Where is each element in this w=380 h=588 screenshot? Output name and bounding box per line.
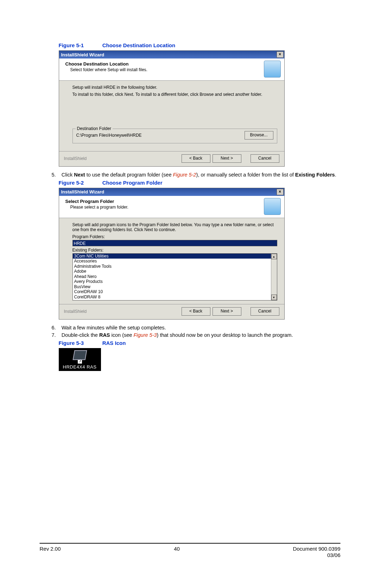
fig2-caption: Figure 5-2 Choose Program Folder [59, 180, 341, 186]
fig1-number: Figure 5-1 [59, 42, 101, 48]
dialog-header: Select Program Folder Please select a pr… [59, 196, 284, 218]
list-item[interactable]: Accessories [73, 259, 271, 264]
fig2-title: Choose Program Folder [102, 180, 163, 186]
list-item[interactable]: Ahead Nero [73, 274, 271, 279]
step-7-num: 7. [52, 332, 56, 338]
body-line1: Setup will add program icons to the Prog… [72, 222, 277, 232]
step-5-text-c: to use the default program folder (see [85, 172, 173, 178]
scroll-down-icon[interactable]: ▾ [271, 295, 277, 300]
list-item[interactable]: BusView [73, 284, 271, 290]
fig1-caption: Figure 5-1 Choose Destination Location [59, 42, 341, 48]
list-item[interactable]: 3Com NIC Utilities [73, 254, 271, 259]
footer-rev: Rev 2.00 [40, 546, 61, 558]
installer-icon [264, 198, 281, 215]
body-line2: To install to this folder, click Next. T… [72, 92, 277, 97]
step-7-text-c: icon (see [110, 332, 134, 338]
step-6-text: Wait a few minutes while the setup compl… [62, 325, 166, 330]
step-5-text-a: Click [62, 172, 74, 178]
header-title: Select Program Folder [65, 199, 280, 204]
footer-doc: Document 900.0399 [293, 546, 340, 552]
monitor-icon [72, 350, 87, 360]
header-subtitle: Select folder where Setup will install f… [70, 67, 280, 72]
header-title: Choose Destination Location [65, 61, 280, 67]
list-item[interactable]: Adobe [73, 269, 271, 274]
step-7-bold-ras: RAS [99, 332, 110, 338]
fig3-title: RAS Icon [102, 340, 126, 346]
scrollbar[interactable]: ▴ ▾ [271, 254, 277, 300]
fig3-number: Figure 5-3 [59, 340, 101, 346]
ras-icon-label: HRDE4X4 RAS [59, 364, 101, 370]
destination-path: C:\Program Files\Honeywell\HRDE [76, 133, 241, 138]
installer-icon [264, 61, 281, 78]
step-6: 6. Wait a few minutes while the setup co… [52, 324, 341, 331]
footer-page-number: 40 [61, 546, 293, 558]
next-button[interactable]: Next > [213, 154, 241, 163]
cancel-button[interactable]: Cancel [251, 154, 279, 163]
browse-button[interactable]: Browse... [245, 131, 273, 140]
step-5-num: 5. [52, 172, 56, 178]
cancel-button[interactable]: Cancel [251, 307, 279, 316]
footer-date: 03/06 [293, 552, 340, 558]
close-icon[interactable]: × [277, 51, 284, 58]
dialog-body: Setup will add program icons to the Prog… [59, 218, 284, 304]
close-icon[interactable]: × [277, 189, 284, 195]
list-item[interactable]: CorelDRAW 8 [73, 295, 271, 300]
destination-folder-group: Destination Folder C:\Program Files\Hone… [72, 129, 277, 143]
figure-ref-5-2: Figure 5-2 [173, 172, 196, 178]
brand-label: InstallShield [64, 309, 87, 314]
step-5-bold-next: Next [74, 172, 85, 178]
dialog-footer: InstallShield < Back Next > Cancel [59, 304, 284, 319]
titlebar: InstallShield Wizard × [59, 51, 284, 58]
fig3-caption: Figure 5-3 RAS Icon [59, 340, 341, 346]
dialog-header: Choose Destination Location Select folde… [59, 58, 284, 81]
step-5: 5. Click Next to use the default program… [52, 172, 341, 178]
scroll-up-icon[interactable]: ▴ [271, 254, 277, 259]
dialog-select-program-folder: InstallShield Wizard × Select Program Fo… [59, 188, 285, 320]
group-legend: Destination Folder [76, 126, 113, 131]
step-5-text-e: ), or manually select a folder from the … [196, 172, 295, 178]
ras-desktop-icon[interactable]: ↗ HRDE4X4 RAS [59, 348, 101, 371]
figure-ref-5-3: Figure 5-3 [133, 332, 157, 338]
body-line1: Setup will install HRDE in the following… [72, 85, 277, 90]
list-item[interactable]: Administrative Tools [73, 264, 271, 269]
list-item[interactable]: CorelDRAW 10 [73, 289, 271, 295]
step-7-text-e: ) that should now be on your desktop to … [157, 332, 293, 338]
program-folder-input[interactable]: HRDE [72, 240, 277, 246]
fig1-title: Choose Destination Location [102, 42, 176, 48]
next-button[interactable]: Next > [213, 307, 241, 316]
window-title: InstallShield Wizard [61, 189, 104, 194]
fig2-number: Figure 5-2 [59, 180, 101, 186]
back-button[interactable]: < Back [182, 307, 210, 316]
page-footer: Rev 2.00 40 Document 900.0399 03/06 [40, 543, 341, 558]
dialog-footer: InstallShield < Back Next > Cancel [59, 151, 284, 166]
dialog-body: Setup will install HRDE in the following… [59, 81, 284, 151]
window-title: InstallShield Wizard [61, 52, 104, 57]
header-subtitle: Please select a program folder. [70, 205, 280, 210]
back-button[interactable]: < Back [182, 154, 210, 163]
step-5-text-g: . [335, 172, 336, 178]
step-6-num: 6. [52, 325, 56, 330]
step-7-text-a: Double-click the [62, 332, 99, 338]
dialog-choose-destination: InstallShield Wizard × Choose Destinatio… [59, 50, 285, 167]
step-7: 7. Double-click the RAS icon (see Figure… [52, 332, 341, 339]
brand-label: InstallShield [64, 156, 87, 161]
step-5-bold-existing: Existing Folders [295, 172, 335, 178]
existing-folders-list[interactable]: 3Com NIC UtilitiesAccessoriesAdministrat… [72, 253, 277, 301]
list-item[interactable]: Avery Products [73, 279, 271, 284]
existing-folders-label: Existing Folders: [72, 248, 277, 253]
program-folders-label: Program Folders: [72, 234, 277, 239]
titlebar: InstallShield Wizard × [59, 188, 284, 196]
